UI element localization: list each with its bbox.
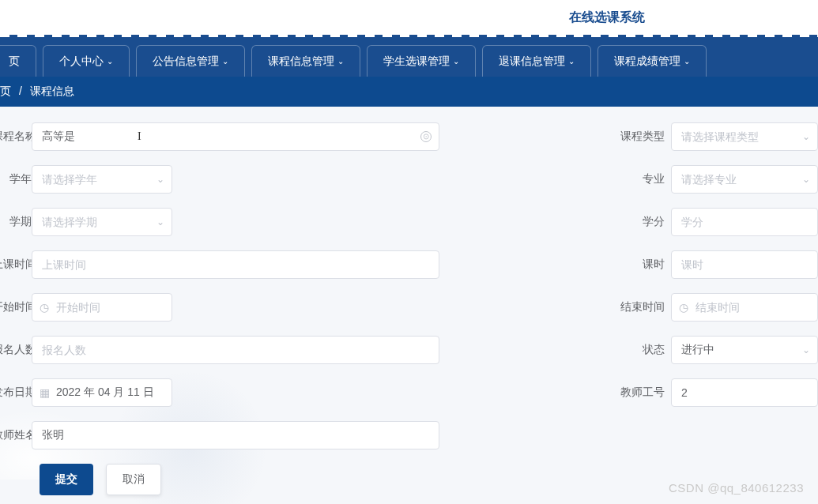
text-cursor-icon: I [138,130,138,143]
chevron-down-icon: ⌄ [222,57,228,66]
label-course-name: 课程名称 [0,130,32,144]
label-status: 状态 [617,343,665,357]
label-enroll-count: 报名人数 [0,343,32,357]
cancel-button[interactable]: 取消 [106,464,161,495]
credit-input[interactable] [671,208,818,236]
nav-personal-center[interactable]: 个人中心⌄ [43,45,130,77]
breadcrumb-separator: / [19,85,22,97]
breadcrumb: 页 / 课程信息 [0,77,818,107]
label-semester: 学期 [0,215,32,229]
nav-student-select-mgmt[interactable]: 学生选课管理⌄ [367,45,476,77]
nav-course-info-mgmt[interactable]: 课程信息管理⌄ [251,45,360,77]
watermark: CSDN @qq_840612233 [669,481,804,495]
chevron-down-icon: ⌄ [337,57,344,66]
status-select[interactable] [671,336,818,364]
header: 在线选课系统 [0,0,818,35]
label-teacher-name: 教师姓名 [0,428,32,442]
label-year: 学年 [0,172,32,186]
label-publish-date: 发布日期 [0,386,32,400]
teacher-id-input[interactable] [671,378,818,407]
label-major: 专业 [617,172,665,186]
nav-withdraw-mgmt[interactable]: 退课信息管理⌄ [482,45,591,77]
main-nav: 页 个人中心⌄ 公告信息管理⌄ 课程信息管理⌄ 学生选课管理⌄ 退课信息管理⌄ … [0,37,818,77]
form-area: 课程名称 I ⊙ 课程类型 ⌄ 学年 ⌄ 专业 [0,107,818,495]
enroll-count-input[interactable] [32,336,439,364]
label-hours: 课时 [617,258,665,272]
class-time-input[interactable] [32,250,439,279]
label-course-type: 课程类型 [617,130,665,144]
start-time-input[interactable] [32,293,172,322]
nav-grade-mgmt[interactable]: 课程成绩管理⌄ [597,45,707,77]
chevron-down-icon: ⌄ [568,57,575,66]
chevron-down-icon: ⌄ [684,57,690,66]
label-start-time: 开始时间 [0,300,32,314]
end-time-input[interactable] [671,293,818,322]
nav-home[interactable]: 页 [0,45,36,77]
breadcrumb-home[interactable]: 页 [0,85,11,97]
course-name-input[interactable] [32,122,439,151]
breadcrumb-current: 课程信息 [30,85,74,97]
clear-icon[interactable]: ⊙ [420,131,432,142]
nav-announcement-mgmt[interactable]: 公告信息管理⌄ [136,45,245,77]
label-end-time: 结束时间 [617,300,665,314]
label-teacher-id: 教师工号 [617,386,665,400]
chevron-down-icon: ⌄ [107,57,113,66]
publish-date-input[interactable] [32,378,172,407]
teacher-name-input[interactable] [32,421,439,449]
chevron-down-icon: ⌄ [453,57,459,66]
hours-input[interactable] [671,250,818,279]
label-class-time: 上课时间 [0,258,32,272]
year-select[interactable] [32,165,172,194]
system-title: 在线选课系统 [569,9,645,26]
label-credit: 学分 [617,215,665,229]
submit-button[interactable]: 提交 [40,464,93,495]
major-select[interactable] [671,165,818,194]
course-type-select[interactable] [671,122,818,151]
semester-select[interactable] [32,208,172,236]
